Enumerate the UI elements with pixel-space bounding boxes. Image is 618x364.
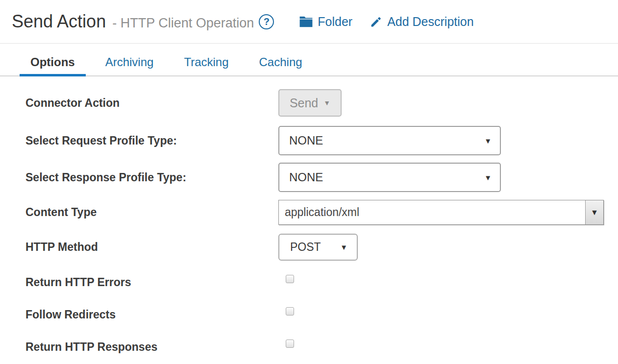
return-http-errors-label: Return HTTP Errors <box>25 274 278 290</box>
content-type-dropdown-button[interactable]: ▼ <box>585 200 603 224</box>
request-profile-row: Select Request Profile Type: NONE ▼ <box>25 126 618 155</box>
page-header: Send Action - HTTP Client Operation ? Fo… <box>0 0 618 44</box>
return-http-responses-label: Return HTTP Responses <box>25 339 278 355</box>
content-type-row: Content Type ▼ <box>25 200 618 225</box>
tab-archiving[interactable]: Archiving <box>95 44 165 76</box>
response-profile-label: Select Response Profile Type: <box>25 171 278 184</box>
title-group: Send Action - HTTP Client Operation <box>12 11 254 32</box>
folder-link-label: Folder <box>318 15 352 29</box>
chevron-down-icon: ▼ <box>323 99 330 106</box>
add-description-link[interactable]: Add Description <box>370 15 473 29</box>
folder-icon <box>299 16 313 27</box>
tab-caching[interactable]: Caching <box>248 44 313 76</box>
content-type-label: Content Type <box>25 206 278 219</box>
return-http-responses-checkbox[interactable] <box>286 340 294 348</box>
connector-action-label: Connector Action <box>25 97 278 110</box>
connector-action-value: Send <box>290 96 318 110</box>
http-method-select[interactable]: POST ▼ <box>278 234 358 261</box>
chevron-down-icon: ▼ <box>484 174 492 181</box>
return-http-errors-checkbox[interactable] <box>286 275 294 283</box>
content-type-input[interactable] <box>279 200 585 224</box>
pencil-icon <box>370 16 382 28</box>
request-profile-label: Select Request Profile Type: <box>25 134 278 147</box>
response-profile-select[interactable]: NONE ▼ <box>278 163 501 192</box>
content-type-combobox: ▼ <box>278 200 604 225</box>
request-profile-select[interactable]: NONE ▼ <box>278 126 501 155</box>
page-title: Send Action <box>12 11 106 32</box>
return-http-responses-row: Return HTTP Responses <box>25 339 618 355</box>
connector-action-select: Send ▼ <box>278 89 342 117</box>
http-method-row: HTTP Method POST ▼ <box>25 234 618 261</box>
tab-options[interactable]: Options <box>20 44 86 76</box>
tab-tracking[interactable]: Tracking <box>173 44 239 76</box>
follow-redirects-label: Follow Redirects <box>25 307 278 322</box>
chevron-down-icon: ▼ <box>591 209 598 217</box>
return-http-errors-row: Return HTTP Errors <box>25 274 618 290</box>
connector-action-row: Connector Action Send ▼ <box>25 89 618 117</box>
tab-bar: Options Archiving Tracking Caching <box>0 44 618 76</box>
help-icon[interactable]: ? <box>259 14 274 29</box>
http-method-label: HTTP Method <box>25 241 278 254</box>
folder-link[interactable]: Folder <box>299 15 352 29</box>
http-method-value: POST <box>290 241 321 254</box>
request-profile-value: NONE <box>289 134 323 147</box>
follow-redirects-row: Follow Redirects <box>25 307 618 322</box>
page-subtitle: - HTTP Client Operation <box>112 16 254 31</box>
response-profile-row: Select Response Profile Type: NONE ▼ <box>25 163 618 192</box>
add-description-link-label: Add Description <box>387 15 473 29</box>
follow-redirects-checkbox[interactable] <box>286 307 294 315</box>
chevron-down-icon: ▼ <box>340 243 347 251</box>
options-form: Connector Action Send ▼ Select Request P… <box>0 76 618 355</box>
chevron-down-icon: ▼ <box>484 137 492 145</box>
response-profile-value: NONE <box>289 170 323 184</box>
